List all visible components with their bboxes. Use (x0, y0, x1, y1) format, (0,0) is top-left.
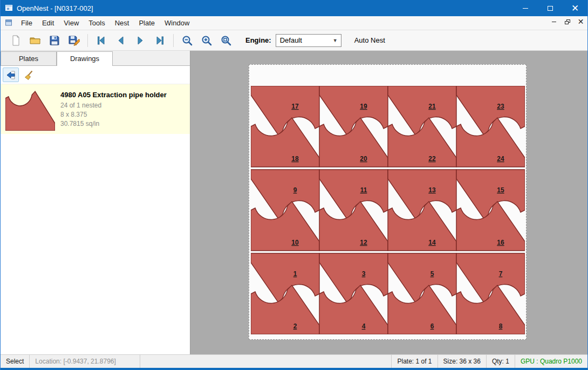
part-number-label: 15 (497, 186, 504, 194)
main-content: PlatesDrawings (1, 51, 587, 354)
zoom-in-icon (201, 35, 213, 46)
nest-canvas[interactable]: 171819202122232491011121314151612345678 (190, 51, 587, 354)
titlebar: OpenNest - [N0317-002] ✕ (1, 0, 587, 16)
part-number-label: 8 (499, 322, 503, 330)
mdi-restore-button[interactable] (560, 16, 574, 27)
maximize-button[interactable] (538, 0, 563, 16)
part-number-label: 1 (293, 270, 297, 278)
close-icon: ✕ (571, 4, 579, 13)
part-number-label: 12 (360, 239, 367, 246)
maximize-icon (548, 6, 553, 11)
drawing-list-item[interactable]: 4980 A05 Extraction pipe holder 24 of 1 … (1, 84, 190, 134)
part-pair: 2324 (456, 86, 525, 167)
part-pair: 1516 (456, 170, 525, 251)
part-pair: 78 (456, 253, 525, 334)
nav-last-icon (154, 35, 166, 46)
first-plate-button[interactable] (92, 32, 111, 49)
sidebar: PlatesDrawings (1, 51, 190, 354)
engine-select[interactable]: Default ▼ (276, 34, 341, 47)
statusbar-spacer (140, 355, 391, 368)
tab-plates[interactable]: Plates (1, 51, 57, 65)
chevron-down-icon: ▼ (330, 38, 341, 43)
import-drawing-button[interactable] (3, 68, 19, 82)
menu-window[interactable]: Window (160, 17, 194, 29)
new-file-icon (10, 35, 22, 46)
window-title: OpenNest - [N0317-002] (17, 4, 93, 12)
clean-button[interactable] (20, 68, 37, 82)
status-gpu: GPU : Quadro P1000 (515, 355, 587, 368)
zoom-in-button[interactable] (197, 32, 216, 49)
mdi-minimize-icon (552, 22, 556, 22)
drawing-info: 4980 A05 Extraction pipe holder 24 of 1 … (60, 87, 167, 129)
toolbar-separator (173, 34, 174, 47)
statusbar: Select Location: [-0.9437, 21.8796] Plat… (1, 354, 587, 368)
plate: 171819202122232491011121314151612345678 (249, 64, 527, 340)
document-window-icon (5, 19, 13, 27)
zoom-out-icon (181, 35, 193, 46)
minimize-icon (523, 8, 528, 9)
import-drawing-icon (5, 70, 16, 80)
mdi-restore-icon (565, 19, 570, 24)
menu-nest[interactable]: Nest (110, 17, 134, 29)
status-qty: Qty: 1 (486, 355, 515, 368)
part-number-label: 3 (362, 270, 366, 278)
part-number-label: 22 (428, 155, 436, 163)
engine-label: Engine: (245, 36, 271, 44)
part-number-label: 4 (362, 322, 366, 330)
part-pair: 1314 (388, 170, 456, 251)
part-number-label: 19 (360, 103, 367, 110)
minimize-button[interactable] (513, 0, 538, 16)
part-thumbnail (5, 90, 55, 131)
new-file-button[interactable] (6, 32, 25, 49)
menu-plate[interactable]: Plate (134, 17, 160, 29)
part-number-label: 7 (499, 270, 503, 278)
auto-nest-button[interactable]: Auto Nest (350, 33, 389, 47)
drawing-dimensions: 8 x 8.375 (60, 110, 167, 119)
part-number-label: 24 (497, 155, 504, 163)
part-pair: 12 (251, 253, 319, 334)
menu-edit[interactable]: Edit (37, 17, 59, 29)
save-button[interactable] (45, 32, 64, 49)
menu-tools[interactable]: Tools (84, 17, 110, 29)
part-pair: 1718 (251, 86, 319, 167)
status-plate: Plate: 1 of 1 (391, 355, 437, 368)
part-number-label: 9 (293, 186, 297, 194)
nav-prev-icon (115, 35, 127, 46)
part-number-label: 10 (291, 239, 299, 246)
mdi-minimize-button[interactable] (547, 16, 560, 27)
status-mode: Select (1, 355, 30, 368)
close-button[interactable]: ✕ (563, 0, 587, 16)
part-number-label: 14 (428, 239, 436, 246)
zoom-out-button[interactable] (177, 32, 197, 49)
open-button[interactable] (25, 32, 45, 49)
zoom-fit-icon (220, 35, 232, 46)
next-plate-button[interactable] (131, 32, 150, 49)
menu-file[interactable]: File (16, 17, 37, 29)
part-number-label: 2 (293, 322, 297, 330)
menu-view[interactable]: View (59, 17, 84, 29)
part-number-label: 6 (430, 322, 434, 330)
tab-drawings[interactable]: Drawings (57, 51, 113, 66)
part-number-label: 17 (291, 103, 299, 110)
mdi-close-button[interactable]: ✕ (574, 16, 587, 27)
part-pair: 1920 (319, 86, 388, 167)
save-icon (49, 35, 60, 46)
drawing-title: 4980 A05 Extraction pipe holder (60, 91, 167, 99)
toolbar-separator (87, 34, 88, 47)
mdi-window-controls: ✕ (547, 16, 587, 30)
app-window: OpenNest - [N0317-002] ✕ FileEditViewToo… (0, 0, 588, 370)
part-pair: 2122 (388, 86, 456, 167)
save-edit-button[interactable] (64, 32, 84, 49)
last-plate-button[interactable] (150, 32, 169, 49)
drawing-area: 30.7815 sq/in (60, 119, 167, 129)
zoom-fit-button[interactable] (216, 32, 236, 49)
nav-first-icon (95, 35, 107, 46)
window-controls: ✕ (513, 0, 587, 16)
save-edit-icon (68, 35, 80, 46)
prev-plate-button[interactable] (111, 32, 131, 49)
tabstrip: PlatesDrawings (1, 51, 190, 66)
menubar-items: FileEditViewToolsNestPlateWindow (16, 16, 194, 30)
broom-icon (23, 70, 34, 80)
part-number-label: 13 (428, 186, 436, 194)
engine-selected-value: Default (280, 36, 302, 44)
